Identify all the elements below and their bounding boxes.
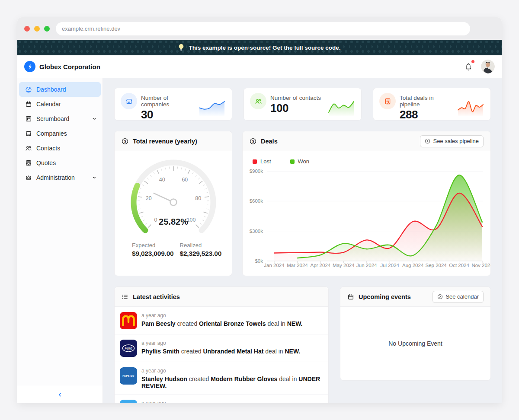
svg-text:20: 20 [145, 195, 151, 201]
svg-text:25.82%: 25.82% [159, 217, 188, 226]
realized-label: Realized [180, 242, 222, 248]
svg-text:Jun 2024: Jun 2024 [356, 263, 377, 268]
expected-value: $9,023,009.00 [132, 250, 174, 258]
sidebar-item-quotes[interactable]: Quotes [19, 156, 101, 170]
svg-text:$900k: $900k [250, 169, 263, 174]
sidebar-item-dashboard[interactable]: Dashboard [19, 82, 101, 97]
sidebar-item-scrumboard[interactable]: Scrumboard [19, 111, 101, 126]
url-input[interactable]: example.crm.refine.dev [56, 22, 470, 35]
sidebar-item-label: Quotes [36, 159, 56, 166]
audit-file-icon [379, 93, 396, 109]
svg-text:$300k: $300k [250, 229, 263, 234]
won-swatch [290, 159, 295, 164]
kpi-card-companies: Number of companies 30 [114, 88, 232, 121]
url-text: example.crm.refine.dev [62, 25, 120, 32]
activities-card-title: Latest activities [133, 293, 180, 300]
activities-card-header: Latest activities [115, 287, 328, 307]
notifications-button[interactable] [461, 59, 476, 74]
see-calendar-button[interactable]: See calendar [432, 291, 484, 303]
kpi-title: Number of companies [141, 95, 194, 108]
chevron-down-icon [92, 117, 96, 121]
svg-text:Nov 2024: Nov 2024 [471, 263, 490, 268]
svg-text:May 2024: May 2024 [333, 263, 355, 268]
ford-logo: Ford [120, 340, 137, 357]
svg-text:Oct 2024: Oct 2024 [449, 263, 469, 268]
sidebar-item-administration[interactable]: Administration [19, 170, 101, 185]
svg-text:Mar 2024: Mar 2024 [287, 263, 308, 268]
deals-card: $ Deals See sales pipeline Lost [242, 131, 491, 276]
activity-time: a year ago [141, 368, 321, 374]
close-button[interactable] [24, 26, 30, 32]
open-source-banner[interactable]: This example is open-source! Get the ful… [17, 40, 502, 55]
sidebar-item-label: Scrumboard [36, 115, 69, 122]
lost-swatch [253, 159, 257, 164]
sidebar-item-contacts[interactable]: Contacts [19, 141, 101, 156]
activity-row: Ford a year ago Phyllis Smith created Un… [115, 334, 328, 362]
team-icon [250, 93, 266, 109]
kpi-title: Total deals in pipeline [400, 95, 453, 108]
user-avatar[interactable] [481, 60, 495, 73]
chevron-down-icon [92, 175, 96, 180]
legend-item-lost[interactable]: Lost [253, 158, 271, 165]
deals-area-chart: $0k$300k$600k$900kJan 2024Mar 2024Apr 20… [243, 166, 490, 268]
project-board-icon [25, 115, 32, 122]
deals-legend: Lost Won [253, 158, 490, 165]
bell-icon [465, 63, 472, 70]
svg-text:Ford: Ford [125, 346, 132, 350]
sidebar: Dashboard Calendar Scrumboard [17, 78, 103, 403]
total-revenue-card: $ Total revenue (yearly) 02040608010025.… [114, 131, 232, 276]
sidebar-item-label: Administration [36, 174, 75, 181]
sidebar-item-label: Companies [36, 130, 67, 137]
refine-logo-icon[interactable] [24, 61, 35, 72]
kpi-value: 288 [400, 108, 453, 121]
minimize-button[interactable] [34, 26, 40, 32]
sidebar-item-companies[interactable]: Companies [19, 126, 101, 141]
svg-text:$: $ [124, 139, 126, 143]
unordered-list-icon [122, 293, 128, 300]
deals-card-title: Deals [261, 138, 278, 145]
svg-text:$0k: $0k [255, 258, 263, 264]
kpi-row: Number of companies 30 Number of contact… [114, 88, 491, 121]
right-circle-icon [425, 138, 430, 144]
kpi-title: Number of contacts [270, 95, 324, 101]
revenue-card-header: $ Total revenue (yearly) [115, 131, 232, 151]
realized-value: $2,329,523.00 [180, 250, 222, 258]
activity-text: Phyllis Smith created Unbranded Metal Ha… [141, 348, 300, 355]
revenue-gauge: 02040608010025.82% [115, 157, 232, 242]
activity-time: a year ago [141, 400, 300, 403]
sidebar-item-calendar[interactable]: Calendar [19, 97, 101, 111]
svg-text:Sep 2024: Sep 2024 [425, 263, 447, 268]
pepsico-logo: PEPSICO [120, 367, 137, 385]
bottom-row: Latest activities a year ago Pam Beesly … [114, 286, 491, 403]
crown-icon [25, 174, 32, 181]
events-card-title: Upcoming events [359, 293, 411, 300]
zoom-button[interactable] [44, 26, 50, 32]
browser-window: example.crm.refine.dev This example is o… [17, 17, 502, 403]
see-sales-pipeline-button[interactable]: See sales pipeline [420, 135, 484, 147]
sidebar-menu: Dashboard Calendar Scrumboard [17, 82, 103, 386]
kpi-value: 100 [270, 102, 324, 115]
svg-text:Aug 2024: Aug 2024 [402, 263, 424, 268]
activity-time: a year ago [141, 312, 302, 318]
sidebar-item-label: Calendar [36, 101, 61, 108]
events-card-header: Upcoming events See calendar [340, 287, 490, 307]
sidebar-collapse-button[interactable] [17, 386, 103, 403]
dollar-circle-icon: $ [122, 138, 128, 145]
notification-badge [471, 60, 474, 63]
window-controls [24, 26, 50, 32]
calendar-icon [347, 293, 354, 300]
banner-text: This example is open-source! Get the ful… [189, 45, 340, 51]
activity-row: a year ago Pam Beesly created Oriental B… [115, 307, 328, 334]
right-circle-icon [437, 294, 443, 299]
legend-item-won[interactable]: Won [290, 158, 310, 165]
lightbulb-icon [178, 44, 184, 52]
mcdonalds-logo [120, 312, 137, 329]
team-icon [25, 145, 32, 152]
kpi-card-contacts: Number of contacts 100 [243, 88, 362, 121]
sidebar-item-label: Dashboard [36, 86, 66, 93]
pipeline-sparkline-chart [457, 98, 484, 117]
document-icon [25, 159, 32, 166]
chevron-left-icon [57, 392, 63, 398]
svg-text:80: 80 [195, 195, 201, 201]
upcoming-events-card: Upcoming events See calendar No Upcoming… [340, 286, 491, 381]
